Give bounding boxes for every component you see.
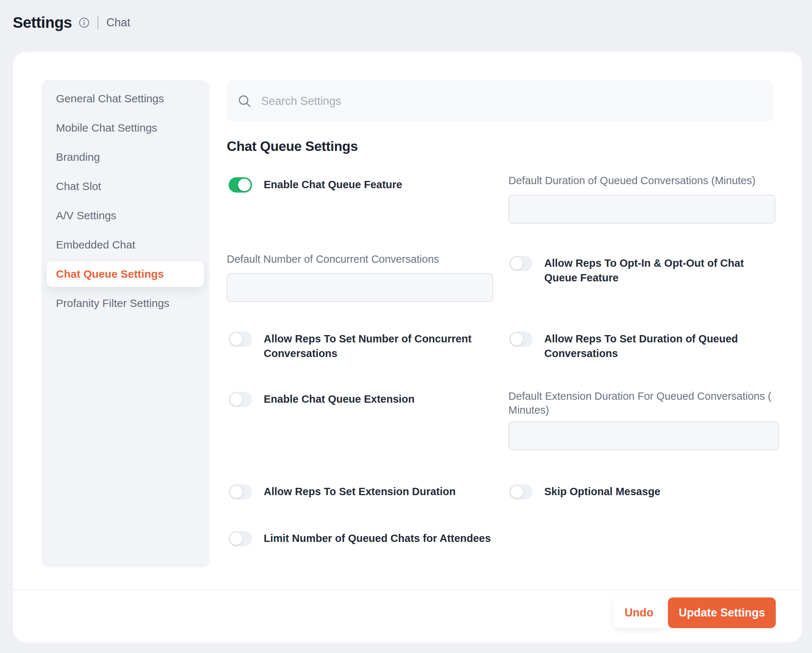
enable-chat-queue-label: Enable Chat Queue Feature xyxy=(264,177,402,192)
default-duration-label: Default Duration of Queued Conversations… xyxy=(508,174,775,187)
skip-optional-message-row: Skip Optional Mesasge xyxy=(509,484,660,499)
sidebar-item-branding[interactable]: Branding xyxy=(47,143,204,172)
enable-extension-row: Enable Chat Queue Extension xyxy=(229,392,415,407)
default-extension-duration-input[interactable] xyxy=(508,421,779,450)
default-extension-duration-label: Default Extension Duration For Queued Co… xyxy=(508,389,779,417)
update-settings-button[interactable]: Update Settings xyxy=(668,597,776,628)
skip-optional-message-label: Skip Optional Mesasge xyxy=(544,484,660,499)
set-concurrent-label: Allow Reps To Set Number of Concurrent C… xyxy=(264,332,483,361)
limit-queued-chats-label: Limit Number of Queued Chats for Attende… xyxy=(264,531,491,546)
set-queued-duration-toggle[interactable] xyxy=(509,332,533,347)
toggle-knob xyxy=(511,257,523,270)
set-queued-duration-row: Allow Reps To Set Duration of Queued Con… xyxy=(509,332,756,361)
limit-queued-chats-toggle[interactable] xyxy=(229,531,252,546)
search-icon xyxy=(238,94,252,108)
default-duration-field: Default Duration of Queued Conversations… xyxy=(508,174,775,224)
toggle-knob xyxy=(238,179,250,191)
set-queued-duration-label: Allow Reps To Set Duration of Queued Con… xyxy=(544,332,756,361)
settings-sidebar: General Chat Settings Mobile Chat Settin… xyxy=(41,80,209,568)
breadcrumb: Chat xyxy=(107,16,130,29)
page-header: Settings Chat xyxy=(13,11,130,34)
sidebar-item-chat-queue-settings[interactable]: Chat Queue Settings xyxy=(47,261,204,287)
enable-chat-queue-toggle[interactable] xyxy=(229,177,252,193)
toggle-knob xyxy=(511,333,523,346)
toggle-knob xyxy=(230,533,243,545)
search-bar xyxy=(227,81,773,122)
opt-in-out-toggle[interactable] xyxy=(509,256,533,271)
set-extension-duration-label: Allow Reps To Set Extension Duration xyxy=(264,484,456,499)
set-extension-duration-toggle[interactable] xyxy=(229,484,252,499)
sidebar-item-mobile-chat-settings[interactable]: Mobile Chat Settings xyxy=(47,113,204,143)
default-duration-input[interactable] xyxy=(508,195,775,224)
page-title: Settings xyxy=(13,14,72,31)
settings-card: General Chat Settings Mobile Chat Settin… xyxy=(13,52,802,642)
default-concurrent-input[interactable] xyxy=(227,273,493,302)
info-circle-icon[interactable] xyxy=(79,17,90,28)
enable-extension-label: Enable Chat Queue Extension xyxy=(264,392,415,406)
sidebar-item-embedded-chat[interactable]: Embedded Chat xyxy=(47,230,204,259)
enable-extension-toggle[interactable] xyxy=(229,392,252,407)
toggle-knob xyxy=(511,486,523,498)
default-extension-duration-field: Default Extension Duration For Queued Co… xyxy=(508,389,779,450)
set-concurrent-toggle[interactable] xyxy=(229,332,252,347)
breadcrumb-divider xyxy=(98,16,98,29)
opt-in-out-row: Allow Reps To Opt-In & Opt-Out of Chat Q… xyxy=(509,256,756,285)
sidebar-item-profanity-filter-settings[interactable]: Profanity Filter Settings xyxy=(47,289,204,318)
default-concurrent-field: Default Number of Concurrent Conversatio… xyxy=(227,252,493,302)
opt-in-out-label: Allow Reps To Opt-In & Opt-Out of Chat Q… xyxy=(544,256,756,285)
toggle-knob xyxy=(230,486,243,498)
footer-divider xyxy=(13,589,802,590)
sidebar-item-general-chat-settings[interactable]: General Chat Settings xyxy=(47,84,204,113)
search-input[interactable] xyxy=(261,94,762,108)
default-concurrent-label: Default Number of Concurrent Conversatio… xyxy=(227,252,493,266)
section-title: Chat Queue Settings xyxy=(227,139,358,154)
toggle-knob xyxy=(230,393,243,406)
limit-queued-chats-row: Limit Number of Queued Chats for Attende… xyxy=(229,531,491,546)
toggle-knob xyxy=(230,333,243,346)
undo-button[interactable]: Undo xyxy=(614,597,665,628)
sidebar-item-av-settings[interactable]: A/V Settings xyxy=(47,201,204,230)
skip-optional-message-toggle[interactable] xyxy=(509,484,533,499)
sidebar-item-chat-slot[interactable]: Chat Slot xyxy=(47,172,204,201)
enable-chat-queue-row: Enable Chat Queue Feature xyxy=(229,177,402,193)
set-concurrent-row: Allow Reps To Set Number of Concurrent C… xyxy=(229,332,483,361)
set-extension-duration-row: Allow Reps To Set Extension Duration xyxy=(229,484,456,499)
